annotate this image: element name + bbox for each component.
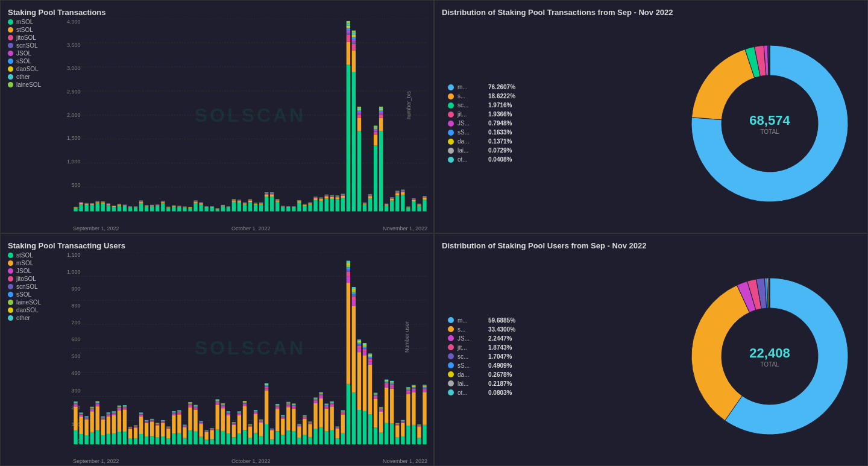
panel2-legend: m... 76.2607% s... 18.6222% sc... 1.9716…	[448, 84, 515, 163]
bar-segment	[227, 412, 230, 412]
bar-segment	[227, 207, 230, 207]
bar-segment	[265, 385, 268, 386]
bar-segment	[313, 399, 317, 400]
panel3-svg	[73, 252, 427, 445]
panel3-x-labels: September 1, 2022October 1, 2022November…	[73, 458, 427, 464]
bar-segment	[123, 405, 127, 406]
bar-segment	[221, 206, 225, 206]
bar-segment	[374, 130, 377, 131]
bar-segment	[347, 35, 350, 42]
bar-segment	[156, 424, 159, 425]
panel4-legend: m... 59.6885% s... 33.4300% JS... 2.2447…	[448, 317, 515, 396]
bar-segment	[259, 420, 263, 420]
bar-segment	[210, 429, 214, 429]
donut-legend-pct: 1.7047%	[488, 353, 512, 360]
bar-segment	[347, 283, 350, 384]
legend-dot	[8, 58, 13, 64]
bar-segment	[221, 404, 225, 405]
bar-segment	[368, 364, 372, 414]
bar-segment	[177, 412, 181, 412]
bar-segment	[265, 194, 268, 194]
bar-segment	[128, 427, 132, 428]
legend-item: jitoSOL	[8, 34, 41, 41]
bar-segment	[374, 129, 377, 130]
bar-segment	[243, 204, 247, 211]
bar-segment	[107, 205, 110, 211]
bar-segment	[204, 430, 208, 431]
bar-segment	[412, 385, 415, 385]
bar-segment	[221, 403, 225, 403]
bar-segment	[128, 438, 132, 444]
bar-segment	[357, 131, 361, 212]
bar-segment	[79, 413, 83, 414]
bar-segment	[341, 411, 345, 411]
bar-segment	[423, 385, 426, 385]
bar-segment	[406, 207, 410, 207]
donut-legend-dot	[448, 326, 454, 332]
bar-segment	[308, 436, 312, 444]
bar-segment	[96, 403, 99, 405]
bar-segment	[406, 389, 410, 389]
bar-segment	[216, 401, 219, 401]
bar-segment	[237, 201, 241, 203]
bar-segment	[254, 410, 257, 411]
bar-segment	[390, 382, 394, 383]
bar-segment	[237, 412, 241, 412]
bar-segment	[303, 205, 306, 206]
legend-dot	[8, 74, 13, 80]
bar-segment	[107, 412, 110, 413]
bar-segment	[193, 405, 197, 405]
bar-segment	[379, 408, 383, 408]
bar-segment	[385, 379, 388, 380]
bar-segment	[308, 423, 312, 424]
bar-segment	[139, 416, 143, 433]
bar-segment	[254, 204, 257, 204]
bar-segment	[145, 206, 148, 206]
bar-segment	[79, 203, 83, 203]
bar-segment	[232, 424, 236, 424]
bar-segment	[401, 422, 404, 423]
donut-legend-item: sc... 1.9716%	[448, 102, 515, 109]
bar-segment	[286, 405, 290, 407]
bar-segment	[84, 418, 88, 418]
bar-segment	[423, 200, 426, 212]
bar-segment	[292, 207, 295, 207]
bar-segment	[123, 206, 127, 211]
bar-segment	[275, 406, 279, 406]
bar-segment	[330, 199, 334, 212]
bar-segment	[286, 403, 290, 403]
donut-legend-pct: 1.9366%	[488, 111, 512, 118]
bar-segment	[221, 405, 225, 406]
bar-segment	[423, 385, 426, 386]
bar-segment	[243, 406, 247, 430]
bar-segment	[385, 380, 388, 380]
bar-segment	[341, 433, 345, 444]
bar-segment	[374, 128, 377, 129]
bar-segment	[417, 426, 421, 426]
bar-segment	[90, 411, 93, 432]
bar-segment	[199, 436, 203, 444]
bar-segment	[401, 436, 404, 444]
bar-segment	[319, 394, 322, 394]
bar-segment	[210, 207, 214, 212]
bar-segment	[379, 410, 383, 411]
bar-segment	[347, 42, 350, 65]
bar-segment	[313, 398, 317, 399]
legend-dot	[8, 276, 13, 282]
bar-segment	[352, 37, 356, 40]
bar-segment	[313, 398, 317, 398]
legend-item: other	[8, 315, 41, 321]
bar-segment	[188, 403, 192, 404]
bar-segment	[270, 429, 274, 430]
bar-segment	[166, 207, 170, 208]
bar-segment	[96, 403, 99, 403]
bar-segment	[286, 403, 290, 404]
bar-segment	[308, 424, 312, 436]
bar-segment	[254, 411, 257, 412]
bar-segment	[248, 438, 252, 444]
bar-segment	[368, 354, 372, 356]
bar-segment	[324, 198, 328, 211]
bar-segment	[352, 39, 356, 42]
bar-segment	[265, 194, 268, 197]
bar-segment	[303, 417, 306, 417]
